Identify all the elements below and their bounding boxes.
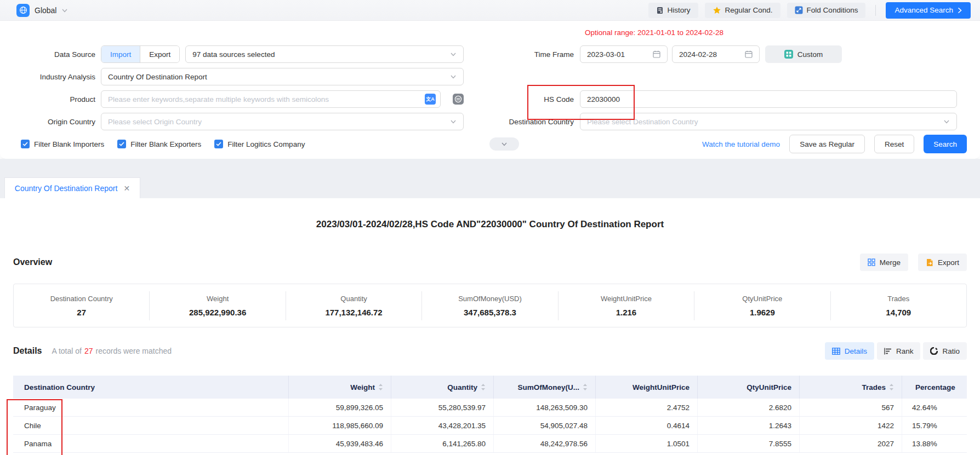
overview-heading: Overview [13,257,52,267]
match-suffix: records were matched [96,347,172,355]
sort-icon[interactable] [583,383,588,391]
chevron-down-icon [61,7,68,14]
col-quantity[interactable]: Quantity [391,376,493,399]
col-qty-unit-price[interactable]: QtyUnitPrice [697,376,799,399]
search-button[interactable]: Search [924,135,967,153]
stat-weight: Weight 285,922,990.36 [150,291,286,320]
col-destination-country[interactable]: Destination Country [13,376,288,399]
stat-quantity: Quantity 177,132,146.72 [286,291,422,320]
stat-label: Weight [152,295,283,303]
col-weight[interactable]: Weight [288,376,391,399]
date-end-value: 2024-02-28 [679,50,717,59]
save-as-regular-button[interactable]: Save as Regular [789,135,865,153]
view-details-label: Details [845,347,867,355]
stat-value: 27 [16,308,147,317]
checkbox-checked-icon [21,140,30,148]
pie-chart-icon [930,347,938,355]
cell-country: Chile [13,417,288,434]
advanced-search-button[interactable]: Advanced Search [886,2,971,19]
top-bar: Global History Regular Cond. Fold Condit… [0,0,980,21]
data-sources-value: 97 data sources selected [192,50,275,59]
stat-destination-country: Destination Country 27 [14,291,150,320]
cell-country: Panama [13,435,288,452]
industry-analysis-select[interactable]: Country Of Destination Report [101,68,464,85]
export-icon [926,258,933,267]
chevron-down-icon [450,73,457,80]
data-sources-select[interactable]: 97 data sources selected [185,45,464,63]
fold-conditions-button[interactable]: Fold Conditions [787,3,866,18]
stat-label: Destination Country [16,295,147,303]
view-details-button[interactable]: Details [825,342,874,360]
stat-qty-unit-price: QtyUnitPrice 1.9629 [694,291,830,320]
hs-code-input[interactable] [587,95,950,103]
view-rank-button[interactable]: Rank [877,342,921,360]
filter-logistics-company-checkbox[interactable]: Filter Logitics Company [214,140,305,148]
cell-weight: 45,939,483.46 [288,435,391,452]
merge-button[interactable]: Merge [860,254,908,271]
product-input[interactable] [108,95,425,103]
table-row[interactable]: Paraguay 59,899,326.05 55,280,539.97 148… [13,399,967,417]
cell-weight-unit-price: 1.0501 [595,435,697,452]
reset-button[interactable]: Reset [874,135,914,153]
origin-country-label: Origin Country [13,118,101,126]
match-prefix: A total of [52,347,81,355]
stat-label: QtyUnitPrice [697,295,828,303]
calendar-icon [653,50,660,58]
col-weight-unit-price[interactable]: WeightUnitPrice [595,376,697,399]
col-trades[interactable]: Trades [799,376,902,399]
calendar-icon [745,50,753,58]
cell-trades: 1422 [799,417,902,434]
sort-icon[interactable] [378,383,383,391]
tab-country-of-destination-report[interactable]: Country Of Destination Report ✕ [4,177,140,198]
sort-icon[interactable] [889,383,894,391]
tutorial-demo-link[interactable]: Watch the tutorial demo [702,140,780,148]
export-toggle[interactable]: Export [140,46,179,62]
cell-qty-unit-price: 7.8555 [697,435,799,452]
cell-sum-of-money: 48,242,978.56 [493,435,595,452]
chevron-down-icon [450,118,457,125]
col-sum-of-money[interactable]: SumOfMoney(U... [493,376,595,399]
sort-icon[interactable] [481,383,486,391]
history-button[interactable]: History [648,3,698,18]
enumerate-icon[interactable] [453,94,464,105]
col-label: Quantity [447,383,477,391]
chevron-down-icon [943,118,950,125]
date-start-input[interactable]: 2023-03-01 [580,45,668,63]
optional-range-hint: Optional range: 2021-01-01 to 2024-02-28 [585,28,723,37]
collapse-conditions-button[interactable] [489,137,519,151]
col-percentage[interactable]: Percentage [902,376,967,399]
region-selector[interactable]: Global [16,4,68,17]
stat-value: 347,685,378.3 [424,308,555,317]
cell-weight: 118,985,660.09 [288,417,391,434]
destination-country-select[interactable]: Please select Destination Country [580,113,957,130]
report-title: 2023/03/01-2024/02/28,HS Code AND"220300… [13,219,967,233]
globe-icon [16,4,30,17]
cell-sum-of-money: 54,905,027.48 [493,417,595,434]
filter-blank-importers-checkbox[interactable]: Filter Blank Importers [21,140,104,148]
export-button[interactable]: Export [918,254,967,271]
cell-trades: 2027 [799,435,902,452]
custom-range-button[interactable]: Custom [765,45,842,63]
table-row[interactable]: Chile 118,985,660.09 43,428,201.35 54,90… [13,417,967,435]
origin-country-placeholder: Please select Origin Country [108,118,202,126]
cell-percentage: 42.64% [902,399,967,416]
date-end-input[interactable]: 2024-02-28 [672,45,760,63]
stat-value: 285,922,990.36 [152,308,283,317]
regular-cond-button[interactable]: Regular Cond. [705,3,780,18]
chevron-down-icon [450,51,457,57]
view-ratio-button[interactable]: Ratio [923,342,967,360]
filter-blank-exporters-checkbox[interactable]: Filter Blank Exporters [117,140,201,148]
translate-icon[interactable]: 文A [425,94,436,105]
product-label: Product [13,95,101,103]
close-icon[interactable]: ✕ [123,184,130,193]
chevron-right-icon [958,7,962,14]
stat-value: 1.216 [561,308,692,317]
fold-icon [795,6,803,14]
custom-icon [784,50,793,59]
destination-country-label: Destination Country [464,118,580,126]
stat-label: Quantity [288,295,419,303]
origin-country-select[interactable]: Please select Origin Country [101,113,464,130]
import-toggle[interactable]: Import [101,46,140,62]
table-row[interactable]: Panama 45,939,483.46 6,141,265.80 48,242… [13,435,967,453]
advanced-search-label: Advanced Search [894,6,953,14]
